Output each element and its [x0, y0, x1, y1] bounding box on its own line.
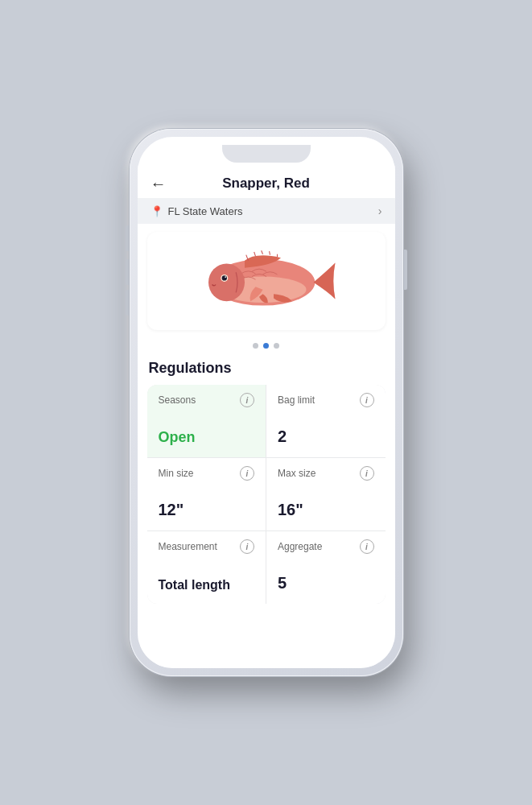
phone-frame: ← Snapper, Red 📍 FL State Waters › — [130, 129, 403, 676]
regulations-title: Regulations — [138, 357, 395, 385]
notch — [222, 145, 311, 163]
svg-point-7 — [208, 263, 245, 301]
aggregate-value: 5 — [278, 574, 374, 592]
page-title: Snapper, Red — [222, 175, 310, 192]
svg-point-10 — [225, 276, 226, 278]
max-size-card-header: Max size i — [278, 466, 374, 481]
min-size-card: Min size i 12" — [147, 458, 266, 530]
measurement-card-header: Measurement i — [159, 539, 255, 554]
aggregate-card-header: Aggregate i — [278, 539, 374, 554]
bag-limit-label: Bag limit — [278, 394, 315, 406]
pin-icon: 📍 — [151, 205, 163, 217]
measurement-info-icon[interactable]: i — [240, 539, 254, 554]
location-label: FL State Waters — [168, 205, 243, 217]
measurement-value: Total length — [159, 578, 255, 592]
seasons-value: Open — [159, 429, 255, 446]
fish-image-card — [147, 232, 386, 330]
regulations-grid: Seasons i Open Bag limit i 2 Min — [147, 385, 386, 604]
notch-area — [138, 137, 395, 166]
screen-content: ← Snapper, Red 📍 FL State Waters › — [138, 166, 395, 668]
fish-illustration — [186, 245, 347, 317]
min-size-value: 12" — [159, 501, 255, 519]
bag-limit-value: 2 — [278, 427, 374, 446]
location-left: 📍 FL State Waters — [151, 205, 243, 217]
svg-line-4 — [261, 250, 262, 254]
header: ← Snapper, Red — [138, 166, 395, 198]
dot-1[interactable] — [253, 343, 258, 349]
min-size-info-icon[interactable]: i — [240, 466, 254, 481]
seasons-label: Seasons — [159, 394, 196, 406]
max-size-label: Max size — [278, 468, 315, 479]
image-dots — [138, 338, 395, 357]
phone-screen: ← Snapper, Red 📍 FL State Waters › — [138, 137, 395, 668]
aggregate-label: Aggregate — [278, 541, 322, 552]
dot-3[interactable] — [274, 343, 279, 349]
svg-line-5 — [269, 251, 270, 255]
max-size-value: 16" — [278, 501, 374, 519]
min-size-card-header: Min size i — [159, 466, 255, 481]
bag-limit-info-icon[interactable]: i — [360, 393, 374, 407]
svg-point-9 — [221, 275, 226, 280]
bag-limit-card: Bag limit i 2 — [266, 385, 386, 457]
measurement-card: Measurement i Total length — [147, 531, 266, 604]
seasons-card-header: Seasons i — [159, 393, 255, 407]
dot-2[interactable] — [263, 343, 269, 349]
aggregate-card: Aggregate i 5 — [266, 531, 386, 604]
max-size-info-icon[interactable]: i — [360, 466, 374, 481]
max-size-card: Max size i 16" — [266, 458, 386, 530]
seasons-info-icon[interactable]: i — [240, 393, 254, 407]
seasons-card: Seasons i Open — [147, 385, 266, 457]
location-bar[interactable]: 📍 FL State Waters › — [138, 198, 395, 224]
aggregate-info-icon[interactable]: i — [360, 539, 374, 554]
svg-line-3 — [254, 252, 255, 256]
chevron-right-icon: › — [378, 204, 382, 217]
bag-limit-card-header: Bag limit i — [278, 393, 374, 407]
measurement-label: Measurement — [159, 541, 217, 552]
min-size-label: Min size — [159, 468, 194, 479]
back-button[interactable]: ← — [151, 175, 167, 193]
